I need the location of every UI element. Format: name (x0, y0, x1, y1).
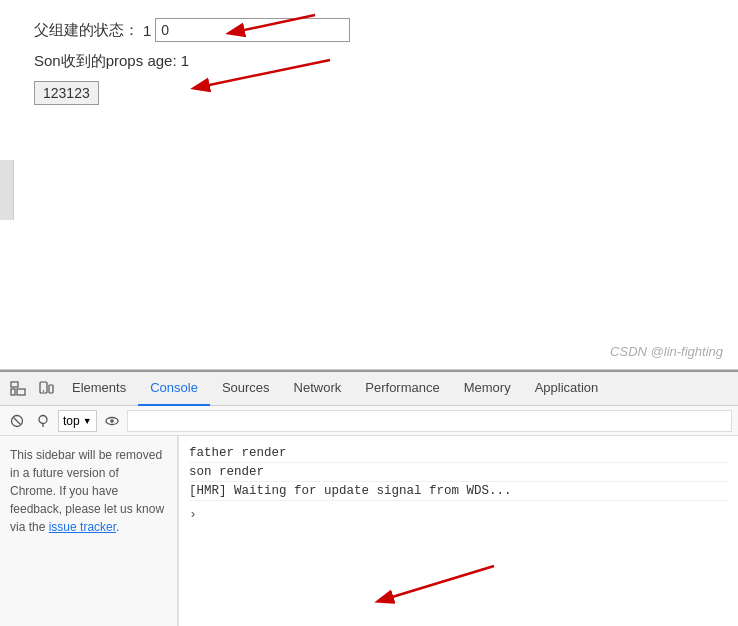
tab-elements[interactable]: Elements (60, 372, 138, 406)
svg-line-1 (230, 15, 315, 33)
console-prompt: › (189, 507, 728, 522)
context-selector[interactable]: top ▼ (58, 410, 97, 432)
console-line-1: father render (189, 444, 728, 463)
tab-console[interactable]: Console (138, 372, 210, 406)
svg-rect-4 (11, 382, 18, 387)
svg-line-17 (379, 566, 494, 601)
devtools-sidebar: This sidebar will be removed in a future… (0, 436, 178, 626)
console-filter-input[interactable] (127, 410, 732, 432)
btn-123[interactable]: 123123 (34, 81, 99, 105)
issue-tracker-link[interactable]: issue tracker (49, 520, 116, 534)
console-line-3: [HMR] Waiting for update signal from WDS… (189, 482, 728, 501)
state-value-text: 1 (143, 22, 151, 39)
console-output: father render son render [HMR] Waiting f… (178, 436, 738, 626)
console-arrow-annotation-svg (364, 561, 524, 616)
tab-memory[interactable]: Memory (452, 372, 523, 406)
devtools-tab-bar: Elements Console Sources Network Perform… (0, 372, 738, 406)
inspect-icon[interactable] (4, 372, 32, 406)
state-label-text: 父组建的状态： (34, 21, 139, 40)
svg-rect-5 (11, 389, 15, 395)
clear-console-icon[interactable] (6, 410, 28, 432)
console-prompt-arrow: › (189, 507, 197, 522)
tab-network[interactable]: Network (282, 372, 354, 406)
context-selector-label: top (63, 414, 80, 428)
svg-line-3 (195, 60, 330, 88)
arrow2-svg (165, 50, 385, 110)
svg-point-12 (39, 415, 47, 423)
console-line-2: son render (189, 463, 728, 482)
svg-point-15 (110, 419, 114, 423)
tab-sources[interactable]: Sources (210, 372, 282, 406)
svg-point-9 (43, 390, 45, 392)
tab-application[interactable]: Application (523, 372, 611, 406)
app-area: 父组建的状态： 1 Son收到的props age: 1 123123 CSDN… (0, 0, 738, 370)
left-nub (0, 160, 14, 220)
svg-line-11 (14, 417, 21, 424)
devtools-toolbar: top ▼ (0, 406, 738, 436)
devtools-panel: Elements Console Sources Network Perform… (0, 370, 738, 626)
svg-rect-8 (49, 385, 53, 393)
filter-icon[interactable] (32, 410, 54, 432)
eye-icon[interactable] (101, 410, 123, 432)
devtools-body: This sidebar will be removed in a future… (0, 436, 738, 626)
arrow1-svg (185, 5, 385, 55)
watermark: CSDN @lin-fighting (610, 344, 723, 359)
device-icon[interactable] (32, 372, 60, 406)
context-selector-dropdown-icon: ▼ (83, 416, 92, 426)
tab-performance[interactable]: Performance (353, 372, 451, 406)
svg-rect-6 (17, 389, 25, 395)
